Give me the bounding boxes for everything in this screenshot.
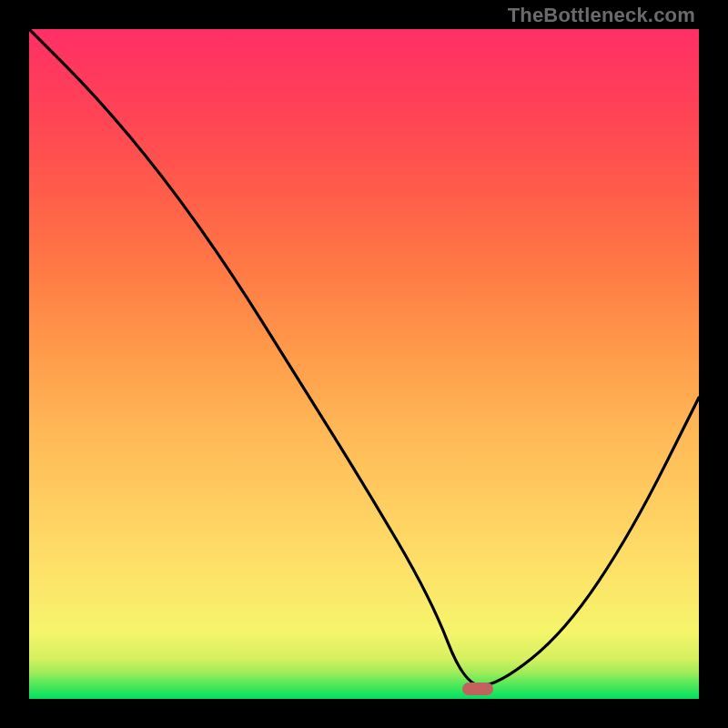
curve-svg (29, 29, 699, 699)
optimal-marker (462, 682, 493, 695)
watermark-text: TheBottleneck.com (508, 4, 695, 27)
plot-area (29, 29, 699, 699)
bottleneck-curve (29, 29, 699, 685)
chart-frame: TheBottleneck.com (0, 0, 728, 728)
